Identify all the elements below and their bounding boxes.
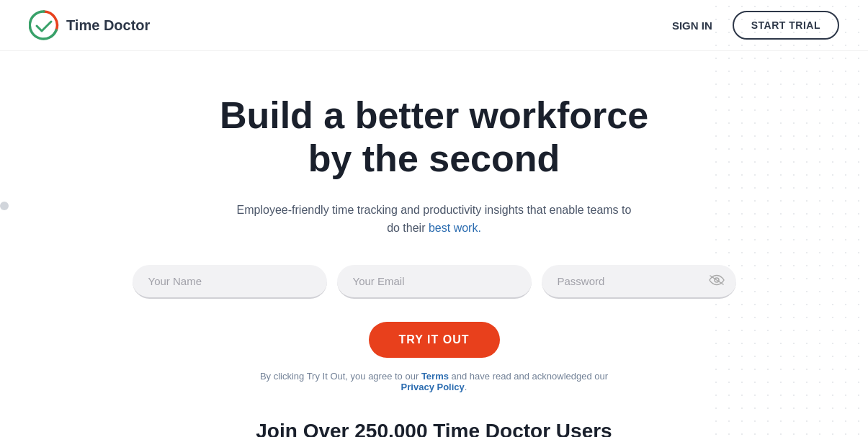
email-input[interactable] <box>337 265 532 299</box>
legal-text: By clicking Try It Out, you agree to our… <box>254 371 614 392</box>
hero-title: Build a better workforce by the second <box>220 94 648 181</box>
try-it-out-button[interactable]: TRY IT OUT <box>369 322 500 358</box>
signup-form <box>133 265 736 299</box>
legal-period: . <box>465 382 467 392</box>
hero-title-line1: Build a better workforce <box>220 94 648 136</box>
hero-subtitle-highlight: best work. <box>429 222 481 234</box>
navbar: Time Doctor SIGN IN START TRIAL <box>0 0 868 51</box>
main-content: Build a better workforce by the second E… <box>0 51 868 437</box>
hero-subtitle: Employee-friendly time tracking and prod… <box>233 201 636 238</box>
logo-text: Time Doctor <box>66 17 150 34</box>
legal-text-middle: and have read and acknowledged our <box>452 371 609 382</box>
password-wrapper <box>542 265 736 299</box>
logo-area: Time Doctor <box>29 10 150 40</box>
start-trial-button[interactable]: START TRIAL <box>733 11 839 40</box>
nav-right: SIGN IN START TRIAL <box>672 11 839 40</box>
legal-text-before: By clicking Try It Out, you agree to our <box>260 371 419 382</box>
terms-link[interactable]: Terms <box>421 371 449 382</box>
name-input[interactable] <box>133 265 327 299</box>
join-text: Join Over 250,000 Time Doctor Users <box>256 420 612 437</box>
sign-in-link[interactable]: SIGN IN <box>672 19 712 32</box>
hero-subtitle-text: Employee-friendly time tracking and prod… <box>237 204 632 235</box>
logo-icon <box>29 10 59 40</box>
password-input[interactable] <box>542 265 736 299</box>
privacy-link[interactable]: Privacy Policy <box>401 382 465 392</box>
eye-hidden-icon[interactable] <box>709 274 725 289</box>
hero-title-line2: by the second <box>308 138 560 179</box>
